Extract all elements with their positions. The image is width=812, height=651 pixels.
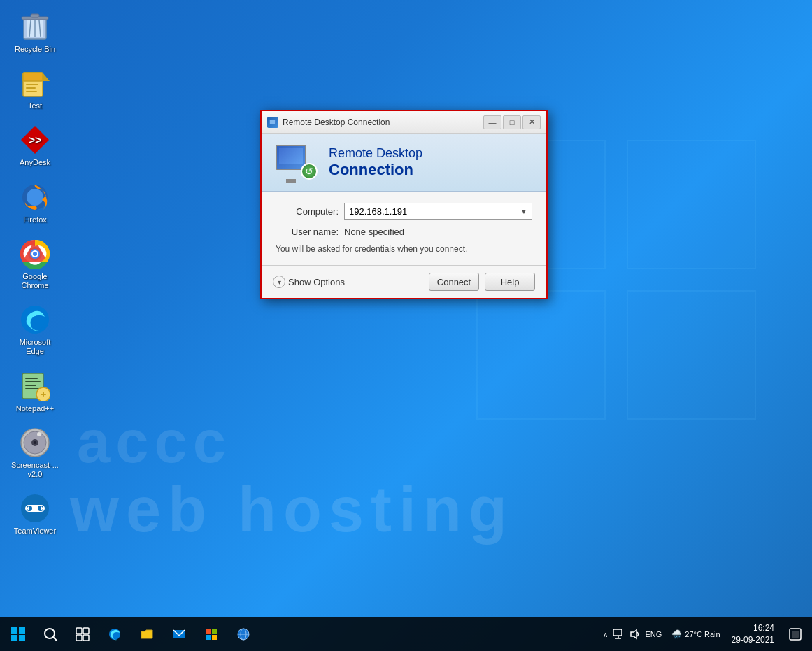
svg-point-48: [45, 629, 55, 638]
watermark-top: accc: [77, 408, 232, 476]
taskbar-explorer[interactable]: [131, 620, 162, 648]
taskbar-mail[interactable]: [164, 620, 194, 648]
language-indicator[interactable]: ENG: [646, 630, 662, 638]
remote-desktop-dialog[interactable]: Remote Desktop Connection — □ ✕ ↺ Rem: [260, 110, 548, 299]
desktop-icon-notepad-plus[interactable]: Notepad++: [7, 366, 63, 416]
start-button[interactable]: [3, 620, 34, 648]
firefox-icon: [18, 180, 52, 214]
svg-rect-10: [26, 84, 38, 85]
svg-rect-43: [270, 120, 275, 124]
svg-rect-58: [206, 635, 211, 640]
dropdown-arrow-icon: ▼: [520, 208, 527, 215]
desktop-icon-test[interactable]: Test: [7, 64, 63, 113]
watermark-bottom: web hosting: [70, 474, 514, 546]
dialog-body: Computer: 192.168.1.191 ▼ User name: Non…: [262, 192, 546, 266]
google-chrome-icon: [18, 237, 52, 271]
username-field: User name: None specified: [276, 227, 532, 237]
svg-rect-44: [11, 627, 17, 634]
dialog-header-title1: Remote Desktop: [329, 146, 422, 161]
anydesk-icon: >>: [18, 123, 52, 157]
svg-rect-12: [26, 91, 37, 92]
svg-rect-63: [613, 629, 622, 636]
taskbar-clock[interactable]: 16:24 29-09-2021: [726, 622, 780, 646]
svg-rect-46: [11, 635, 17, 641]
svg-point-21: [33, 252, 37, 256]
dialog-header: ↺ Remote Desktop Connection: [262, 134, 546, 192]
dialog-controls: — □ ✕: [483, 115, 541, 129]
recycle-bin-label: Recycle Bin: [15, 45, 55, 54]
show-options-icon: ▾: [273, 276, 285, 288]
desktop-icon-microsoft-edge[interactable]: Microsoft Edge: [7, 300, 63, 359]
rdp-icon: ↺: [276, 145, 318, 180]
svg-line-49: [53, 637, 57, 641]
caret-icon[interactable]: ∧: [603, 631, 608, 638]
svg-rect-68: [792, 631, 799, 638]
microsoft-edge-label: Microsoft Edge: [10, 338, 60, 356]
search-button[interactable]: [35, 620, 66, 648]
desktop-icons: Recycle Bin Test >>: [7, 7, 63, 538]
dialog-maximize-button[interactable]: □: [503, 115, 521, 129]
notepad-plus-icon: [18, 369, 52, 403]
dialog-minimize-button[interactable]: —: [483, 115, 501, 129]
system-tray: ∧ ENG: [599, 628, 667, 641]
computer-field: Computer: 192.168.1.191 ▼: [276, 203, 532, 220]
svg-rect-50: [76, 628, 82, 634]
notification-button[interactable]: [781, 620, 809, 648]
taskbar-edge[interactable]: [99, 620, 130, 648]
weather-widget[interactable]: 🌧️ 27°C Rain: [667, 629, 724, 639]
username-label: User name:: [276, 227, 339, 237]
help-button[interactable]: Help: [485, 273, 535, 291]
svg-point-16: [27, 189, 43, 206]
svg-rect-25: [25, 381, 41, 382]
dialog-header-text: Remote Desktop Connection: [329, 146, 422, 179]
dialog-close-button[interactable]: ✕: [522, 115, 541, 129]
dialog-header-title2: Connection: [329, 161, 422, 179]
svg-text:>>: >>: [29, 134, 42, 146]
svg-rect-6: [31, 14, 39, 17]
volume-icon: [629, 628, 641, 641]
desktop-icon-recycle-bin[interactable]: Recycle Bin: [7, 7, 63, 57]
desktop-icon-firefox[interactable]: Firefox: [7, 178, 63, 227]
svg-point-34: [34, 441, 36, 444]
taskbar-store[interactable]: [196, 620, 227, 648]
svg-rect-51: [83, 628, 89, 634]
svg-rect-27: [25, 388, 39, 389]
microsoft-edge-icon: [18, 303, 52, 336]
connect-button[interactable]: Connect: [429, 273, 479, 291]
desktop-icon-anydesk[interactable]: >> AnyDesk: [7, 120, 63, 170]
svg-rect-57: [212, 629, 217, 634]
desktop-icon-google-chrome[interactable]: Google Chrome: [7, 234, 63, 293]
dialog-info-text: You will be asked for credentials when y…: [276, 244, 532, 254]
svg-marker-9: [43, 73, 50, 81]
svg-rect-11: [26, 87, 36, 89]
desktop: accc web hosting Recycle Bin: [0, 0, 812, 651]
recycle-bin-icon: [18, 10, 52, 43]
computer-input[interactable]: 192.168.1.191 ▼: [344, 203, 532, 220]
teamviewer-label: TeamViewer: [14, 527, 56, 536]
dialog-titlebar: Remote Desktop Connection — □ ✕: [262, 111, 546, 134]
desktop-icon-teamviewer[interactable]: TeamViewer: [7, 489, 63, 538]
dialog-title-text: Remote Desktop Connection: [283, 117, 479, 127]
screencast-icon: [18, 426, 52, 459]
dialog-title-icon: [267, 117, 278, 128]
svg-point-35: [37, 432, 41, 436]
test-icon: [18, 66, 52, 100]
teamviewer-icon: [18, 492, 52, 525]
svg-rect-8: [23, 73, 43, 81]
clock-time: 16:24: [732, 622, 774, 634]
firefox-label: Firefox: [23, 215, 47, 224]
taskbar-globe[interactable]: [228, 620, 259, 648]
svg-rect-26: [25, 385, 36, 386]
dialog-footer: ▾ Show Options Connect Help: [262, 266, 546, 298]
show-options-button[interactable]: ▾ Show Options: [273, 276, 345, 288]
weather-text: 27°C Rain: [685, 630, 720, 638]
svg-rect-30: [43, 392, 44, 397]
svg-rect-56: [206, 629, 211, 634]
test-label: Test: [28, 101, 42, 110]
task-view-button[interactable]: [67, 620, 98, 648]
anydesk-label: AnyDesk: [20, 158, 50, 167]
svg-rect-45: [19, 627, 25, 634]
svg-rect-53: [83, 635, 89, 641]
svg-marker-66: [631, 630, 636, 638]
desktop-icon-screencast[interactable]: Screencast-... v2.0: [7, 423, 63, 482]
